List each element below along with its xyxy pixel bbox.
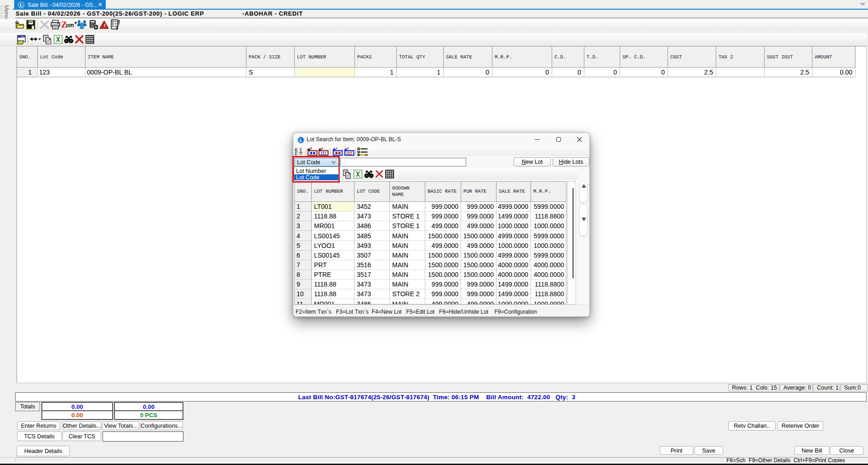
svg-text:z: z <box>295 152 297 155</box>
svg-text:a: a <box>295 148 297 151</box>
svg-text:L: L <box>300 138 303 143</box>
